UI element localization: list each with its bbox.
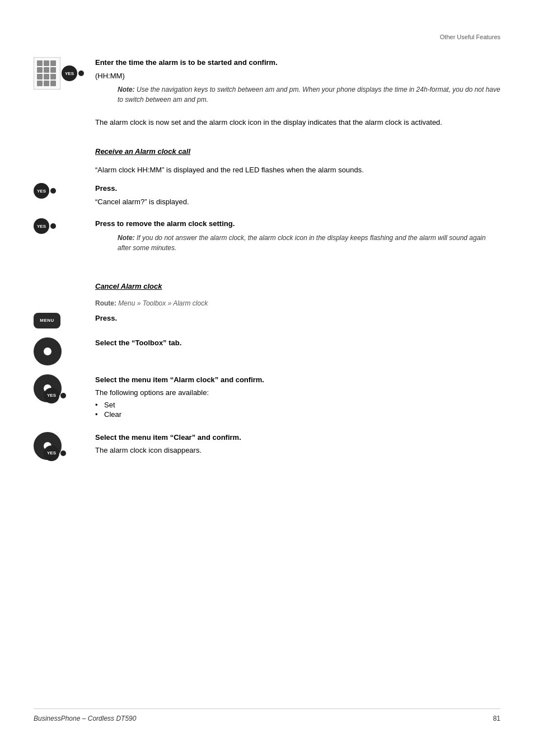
enter-time-bold: Enter the time the alarm is to be starte… bbox=[95, 58, 278, 67]
section2-heading-block: Cancel Alarm clock bbox=[34, 282, 500, 296]
nav-icon-1 bbox=[34, 337, 95, 365]
section1-s2-note: Note: If you do not answer the alarm clo… bbox=[118, 233, 500, 253]
step-enter-time: YES Enter the time the alarm is to be st… bbox=[34, 57, 500, 108]
section2-step2-text: Select the “Toolbox” tab. bbox=[95, 337, 500, 351]
section2-step4-text: Select the menu item “Clear” and confirm… bbox=[95, 432, 500, 458]
footer-left: BusinessPhone – Cordless DT590 bbox=[34, 715, 136, 722]
menu-button: MENU bbox=[34, 313, 60, 328]
options-list: Set Clear bbox=[95, 401, 500, 419]
yes-icon-1: YES bbox=[34, 183, 95, 199]
yes-icon-2: YES bbox=[34, 218, 95, 234]
nav-circle-1 bbox=[34, 337, 62, 365]
section1-step2: YES Press to remove the alarm clock sett… bbox=[34, 218, 500, 256]
footer-right: 81 bbox=[493, 715, 500, 722]
section1-s1-bold: Press. bbox=[95, 184, 117, 192]
section1-s2-bold: Press to remove the alarm clock setting. bbox=[95, 219, 235, 228]
yes-button-icon: YES bbox=[62, 65, 84, 81]
section1-step1-text: Press. “Cancel alarm?” is displayed. bbox=[95, 183, 500, 209]
section1-step2-text: Press to remove the alarm clock setting.… bbox=[95, 218, 500, 256]
section2-step4: YES Select the menu item “Clear” and con… bbox=[34, 432, 500, 460]
page-header: Other Useful Features bbox=[34, 34, 500, 40]
step-enter-time-text: Enter the time the alarm is to be starte… bbox=[95, 57, 500, 108]
section2-heading: Cancel Alarm clock bbox=[95, 282, 500, 290]
nav-with-yes-1: YES bbox=[34, 374, 62, 402]
section2-step1-text: Press. bbox=[95, 313, 500, 326]
keypad-icon bbox=[34, 57, 60, 90]
section2-step1: MENU Press. bbox=[34, 313, 500, 328]
section1-description: “Alarm clock HH:MM” is displayed and the… bbox=[95, 165, 500, 176]
option-set: Set bbox=[95, 401, 500, 409]
route-line: Route: Menu » Toolbox » Alarm clock bbox=[95, 299, 500, 307]
keypad-yes-icon: YES bbox=[34, 57, 95, 90]
section2-s1-bold: Press. bbox=[95, 314, 117, 322]
enter-time-note: Note: Use the navigation keys to switch … bbox=[118, 84, 500, 105]
nav-with-yes-2: YES bbox=[34, 432, 62, 460]
page-container: Other Useful Features bbox=[0, 0, 534, 756]
section2-step2: Select the “Toolbox” tab. bbox=[34, 337, 500, 365]
alarm-set-description: The alarm clock is now set and the alarm… bbox=[95, 117, 500, 128]
section2-step3-text: Select the menu item “Alarm clock” and c… bbox=[95, 374, 500, 423]
section2-step3: YES Select the menu item “Alarm clock” a… bbox=[34, 374, 500, 423]
section1-heading-block: Receive an Alarm clock call bbox=[34, 147, 500, 161]
nav-yes-icon-1: YES bbox=[34, 374, 95, 402]
section2-s4-sub: The alarm clock icon disappears. bbox=[95, 445, 500, 456]
enter-time-sub: (HH:MM) bbox=[95, 71, 500, 82]
section1-step1: YES Press. “Cancel alarm?” is displayed. bbox=[34, 183, 500, 209]
section1-heading: Receive an Alarm clock call bbox=[95, 147, 500, 156]
nav-yes-icon-2: YES bbox=[34, 432, 95, 460]
section2-s3-sub: The following options are available: bbox=[95, 387, 500, 398]
menu-icon: MENU bbox=[34, 313, 95, 328]
section2-s3-bold: Select the menu item “Alarm clock” and c… bbox=[95, 375, 264, 384]
section1-s1-sub: “Cancel alarm?” is displayed. bbox=[95, 196, 500, 208]
section-title: Other Useful Features bbox=[440, 34, 500, 40]
section2-s4-bold: Select the menu item “Clear” and confirm… bbox=[95, 433, 241, 442]
content-area: YES Enter the time the alarm is to be st… bbox=[34, 57, 500, 469]
page-footer: BusinessPhone – Cordless DT590 81 bbox=[34, 708, 500, 722]
section2-s2-bold: Select the “Toolbox” tab. bbox=[95, 339, 181, 347]
option-clear: Clear bbox=[95, 410, 500, 419]
